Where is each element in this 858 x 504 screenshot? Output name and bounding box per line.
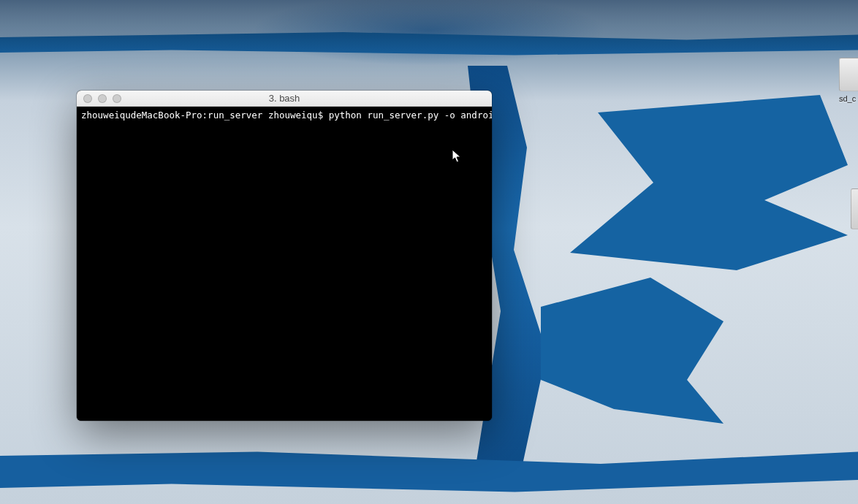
close-button[interactable] [83,94,92,103]
desktop-file-icon-2[interactable] [851,188,858,229]
desktop-file-icon[interactable]: sd_c [839,58,858,113]
prompt-path: run_server [208,110,262,121]
window-titlebar[interactable]: 3. bash [77,91,492,107]
prompt-hostname: zhouweiqudeMacBook-Pro [81,110,202,121]
minimize-button[interactable] [98,94,107,103]
terminal-window[interactable]: 3. bash zhouweiqudeMacBook-Pro:run_serve… [77,91,492,421]
maximize-button[interactable] [113,94,121,103]
terminal-command: python run_server.py -o android [329,110,492,121]
terminal-content[interactable]: zhouweiqudeMacBook-Pro:run_server zhouwe… [77,107,492,421]
terminal-prompt-line: zhouweiqudeMacBook-Pro:run_server zhouwe… [81,110,492,121]
desktop-file-label: sd_c [839,94,858,103]
file-thumbnail-icon [839,58,858,91]
window-title: 3. bash [77,93,492,104]
prompt-username: zhouweiqu [268,110,318,121]
window-controls [77,94,121,103]
